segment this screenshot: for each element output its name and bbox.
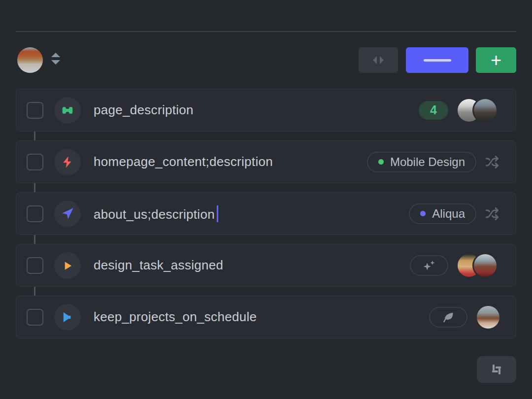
chevron-up-icon [51, 53, 60, 57]
tag-label: Aliqua [432, 207, 465, 221]
assignee-avatars [456, 253, 498, 278]
button-label-placeholder [424, 59, 451, 62]
play-icon [54, 252, 81, 279]
shuffle-button[interactable] [484, 155, 500, 169]
tag-dot-icon [420, 211, 426, 216]
task-title: page_description [94, 102, 194, 118]
task-title: keep_projects_on_schedule [94, 309, 257, 325]
assignee-avatar[interactable] [472, 98, 498, 123]
text-cursor [217, 205, 218, 222]
task-title: about_us;description [94, 207, 215, 222]
task-list-screen: + page_description 4 [0, 0, 532, 399]
horizontal-arrows-icon [370, 55, 387, 66]
plus-icon: + [491, 51, 501, 69]
shuffle-icon [484, 155, 500, 169]
ticket-icon [54, 97, 81, 124]
chevron-down-icon [51, 60, 60, 65]
tag-label: Mobile Design [390, 155, 465, 169]
sliders-icon [488, 362, 505, 377]
task-title-editing[interactable]: about_us;description [94, 205, 218, 222]
count-badge: 4 [419, 101, 448, 120]
task-row[interactable]: keep_projects_on_schedule [16, 296, 516, 338]
leaf-button[interactable] [429, 307, 467, 328]
assignee-avatar[interactable] [472, 253, 498, 278]
megaphone-icon [54, 304, 81, 331]
sparkles-icon [422, 258, 436, 273]
assignee-avatar[interactable] [475, 304, 501, 330]
bolt-icon [54, 149, 81, 175]
tag-pill[interactable]: Mobile Design [367, 152, 476, 172]
tag-pill[interactable]: Aliqua [409, 203, 476, 224]
assignee-avatars [456, 98, 498, 123]
task-row[interactable]: design_task_assigned [16, 244, 516, 287]
header-buttons: + [359, 47, 516, 73]
shuffle-icon [484, 207, 500, 221]
row-right: Aliqua [409, 203, 516, 224]
filter-settings-button[interactable] [477, 356, 516, 383]
header: + [0, 47, 532, 73]
row-right: 4 [419, 98, 516, 123]
task-row[interactable]: page_description 4 [16, 89, 516, 132]
tag-dot-icon [378, 159, 384, 165]
task-checkbox[interactable] [27, 205, 43, 222]
task-checkbox[interactable] [27, 309, 43, 326]
task-list: page_description 4 homepage_content;desc… [16, 89, 516, 338]
row-right [410, 253, 516, 278]
paper-plane-icon [54, 200, 81, 227]
task-checkbox[interactable] [27, 154, 43, 170]
task-title: homepage_content;description [94, 154, 273, 169]
row-right [429, 304, 516, 330]
task-checkbox[interactable] [27, 257, 43, 274]
shuffle-button[interactable] [484, 207, 500, 221]
top-divider [16, 31, 516, 32]
add-task-button[interactable]: + [476, 47, 516, 73]
task-row[interactable]: homepage_content;description Mobile Desi… [16, 140, 516, 183]
sort-toggle[interactable] [51, 53, 61, 65]
sparkles-button[interactable] [410, 255, 448, 276]
row-right: Mobile Design [367, 152, 516, 172]
collapse-panel-button[interactable] [359, 47, 398, 73]
task-checkbox[interactable] [27, 102, 43, 119]
user-avatar[interactable] [17, 47, 43, 73]
task-title: design_task_assigned [94, 258, 223, 273]
leaf-icon [441, 311, 456, 324]
task-row[interactable]: about_us;description Aliqua [16, 192, 516, 235]
primary-action-button[interactable] [406, 47, 468, 73]
